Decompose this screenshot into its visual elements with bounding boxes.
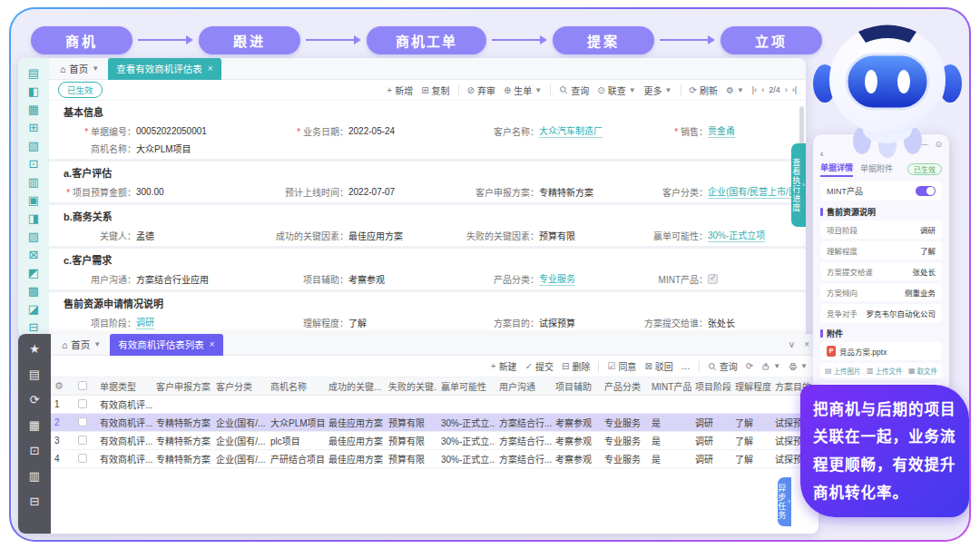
refresh-icon[interactable]: ⟳ bbox=[746, 361, 753, 371]
field-value-link[interactable]: 30%-正式立项 bbox=[708, 228, 765, 242]
home-tab[interactable]: ⌂ 首页 ▼ bbox=[56, 62, 108, 75]
discard-approval-button[interactable]: ⊘弃审 bbox=[467, 83, 495, 97]
search-icon bbox=[559, 85, 568, 94]
win2-tab-bar: ⌂ 首页 ▼ 有效商机评估表列表 × ∨ × bbox=[51, 334, 818, 356]
table-row[interactable]: 3 有效商机评...专精特新方案 企业(国有/...plc项目 最佳应用方案预算… bbox=[51, 432, 818, 450]
last-page-icon[interactable]: ›| bbox=[792, 85, 797, 94]
async-tasks-side-tab[interactable]: › 异步任务 bbox=[778, 477, 791, 526]
select-all-checkbox[interactable] bbox=[78, 381, 87, 390]
module-icon[interactable]: ⊡ bbox=[29, 158, 39, 170]
module-icon[interactable]: ◨ bbox=[28, 212, 39, 224]
settings-button[interactable]: ⚙▼ bbox=[726, 85, 744, 95]
field-value-link[interactable]: 企业(国有/民营上市/民营非上市 bbox=[708, 184, 799, 199]
active-list-tab[interactable]: 有效商机评估表列表 × bbox=[110, 334, 222, 356]
active-document-tab[interactable]: 查看有效商机评估表 × bbox=[108, 58, 220, 80]
field-label: 单据编号 bbox=[49, 124, 136, 138]
row-checkbox[interactable] bbox=[78, 454, 87, 463]
field-value-link[interactable]: 调研 bbox=[136, 315, 154, 329]
section-customer-evaluation: a.客户评估 项目预算金额300.00 预计上线时间2022-07-07 客户申… bbox=[49, 162, 806, 202]
tab-doc-detail[interactable]: 单据详情 bbox=[820, 162, 853, 177]
recycle-icon[interactable]: ⟳ bbox=[30, 393, 40, 407]
caret-down-icon[interactable]: ▼ bbox=[93, 340, 101, 348]
delete-button[interactable]: ⊟删除 bbox=[562, 359, 590, 373]
row-checkbox[interactable] bbox=[78, 399, 87, 408]
new-button[interactable]: +新建 bbox=[491, 359, 517, 373]
field-value-link[interactable]: 贾金甬 bbox=[708, 123, 735, 138]
table-row[interactable]: 1 有效商机评... ▤⊕ bbox=[51, 396, 818, 414]
close-tab-icon[interactable]: × bbox=[208, 64, 213, 74]
search-button[interactable]: 查询 bbox=[559, 83, 589, 97]
module-icon[interactable]: ▩ bbox=[28, 285, 39, 297]
panel-field: 项目阶段调研 bbox=[820, 221, 942, 239]
print-button[interactable]: ▼ bbox=[789, 362, 808, 371]
field-value-link[interactable]: 大众汽车制造厂 bbox=[539, 123, 603, 138]
home-tab-label: 首页 bbox=[69, 62, 88, 75]
row-checkbox[interactable] bbox=[78, 436, 87, 445]
module-icon[interactable]: ▣ bbox=[28, 194, 39, 206]
add-button[interactable]: +新增 bbox=[387, 83, 413, 97]
money-bag-icon[interactable]: ⊡ bbox=[30, 444, 40, 457]
wallet-icon[interactable]: ▦ bbox=[29, 418, 40, 432]
home-tab[interactable]: ⌂ 首页 ▼ bbox=[58, 338, 110, 351]
submit-button[interactable]: ✓提交 bbox=[525, 359, 554, 373]
star-icon[interactable]: ★ bbox=[29, 342, 40, 356]
callout-text: 把商机与后期的项目关联在一起，业务流程更顺畅，有效提升商机转化率。 bbox=[813, 396, 956, 506]
table-row-selected[interactable]: 2 有效商机评...专精特新方案 企业(国有/...大众PLM项目 最佳应用方案… bbox=[51, 414, 818, 432]
folder-icon[interactable]: ▤ bbox=[29, 368, 40, 381]
view-progress-side-tab[interactable]: › 查看执行进度 bbox=[791, 143, 806, 227]
prev-page-icon[interactable]: ‹ bbox=[761, 85, 764, 94]
pick-file-button[interactable]: ▦取文件 bbox=[908, 366, 937, 376]
more-button[interactable]: 更多▼ bbox=[644, 83, 672, 97]
upload-file-button[interactable]: ▥上传文件 bbox=[867, 366, 903, 376]
field-label: MINT产品 bbox=[632, 272, 708, 286]
tab-doc-attachments[interactable]: 单据附件 bbox=[860, 162, 893, 176]
generate-order-button[interactable]: ⊕生单▼ bbox=[504, 83, 542, 97]
field-value: 大众PLM项目 bbox=[136, 142, 191, 155]
module-icon[interactable]: ▤ bbox=[28, 67, 39, 79]
panel-attachment-file[interactable]: P 竞品方案.pptx bbox=[820, 342, 942, 360]
search-button[interactable]: 查询 bbox=[708, 359, 738, 373]
more-ellipsis[interactable]: … bbox=[681, 361, 691, 371]
section-title: c.客户需求 bbox=[49, 249, 806, 270]
module-icon[interactable]: ⊠ bbox=[29, 249, 39, 260]
module-icon[interactable]: ◩ bbox=[28, 267, 39, 279]
next-page-icon[interactable]: › bbox=[785, 85, 788, 94]
module-icon[interactable]: ▨ bbox=[28, 230, 39, 242]
module-icon[interactable]: ▥ bbox=[28, 176, 39, 188]
module-icon[interactable]: ◪ bbox=[28, 303, 39, 315]
caret-down-icon[interactable]: ▼ bbox=[92, 64, 99, 73]
search-icon bbox=[708, 362, 717, 371]
flow-arrow bbox=[132, 35, 199, 44]
field-value-link[interactable]: 专业服务 bbox=[539, 271, 575, 286]
field-label: 用户沟通 bbox=[49, 272, 136, 286]
linked-query-button[interactable]: ⊙联查▼ bbox=[597, 83, 635, 97]
table-row[interactable]: 4 有效商机评...专精特新方案 企业(国有/...产研结合项目 最佳应用方案预… bbox=[51, 450, 818, 468]
mint-toggle[interactable] bbox=[916, 186, 936, 196]
card-icon[interactable]: ▥ bbox=[29, 469, 40, 483]
field-label: 理解程度 bbox=[247, 316, 348, 329]
export-button[interactable]: ▼ bbox=[761, 362, 780, 371]
form-field: 项目预算金额300.00 bbox=[49, 184, 247, 199]
reject-button[interactable]: ⊠驳回 bbox=[644, 359, 672, 373]
column-settings-icon[interactable]: ⚙ bbox=[54, 380, 64, 391]
upload-image-button[interactable]: ▤上传图片 bbox=[825, 366, 861, 376]
close-tab-icon[interactable]: × bbox=[210, 339, 215, 349]
form-field: 商机名称大众PLM项目 bbox=[49, 142, 247, 155]
robot-mascot bbox=[808, 11, 969, 162]
module-icon[interactable]: ▧ bbox=[28, 140, 39, 152]
display-icon[interactable]: ⊟ bbox=[30, 495, 40, 508]
first-page-icon[interactable]: |‹ bbox=[752, 85, 757, 94]
gear-icon: ⚙ bbox=[726, 85, 734, 95]
mint-product-checkbox[interactable] bbox=[708, 274, 718, 284]
agree-button[interactable]: ☑同意 bbox=[607, 359, 636, 373]
process-flow: 商机 跟进 商机工单 提案 立项 bbox=[31, 25, 822, 54]
module-icon[interactable]: ◧ bbox=[28, 85, 39, 97]
refresh-button[interactable]: ⟳刷新 bbox=[690, 83, 718, 97]
collapse-icon[interactable]: ∨ bbox=[789, 339, 795, 349]
module-icon[interactable]: ▦ bbox=[28, 103, 39, 115]
module-icon[interactable]: ⊞ bbox=[29, 122, 39, 133]
copy-button[interactable]: ⊞复制 bbox=[421, 83, 449, 97]
close-window-icon[interactable]: × bbox=[804, 339, 809, 349]
module-icon[interactable]: ⊟ bbox=[29, 321, 39, 333]
row-checkbox[interactable] bbox=[78, 417, 87, 426]
